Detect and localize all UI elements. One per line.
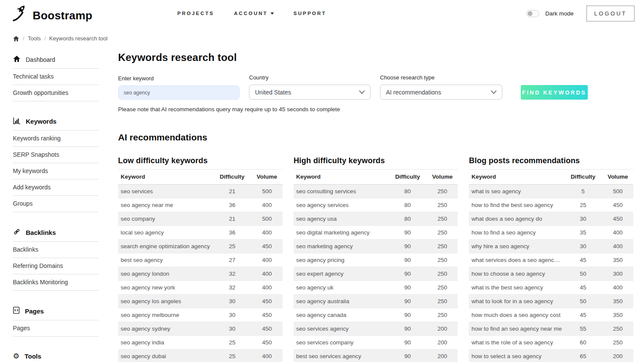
difficulty-cell: 90 xyxy=(388,295,426,308)
difficulty-cell: 36 xyxy=(213,198,251,212)
sidebar-item-groups[interactable]: Groups xyxy=(13,196,99,212)
volume-cell: 350 xyxy=(601,308,633,322)
table-row: what services does a seo agency offer453… xyxy=(469,253,633,267)
sidebar-section-tools[interactable]: ⚙ Tools xyxy=(13,348,99,362)
sidebar-item-pages[interactable]: Pages xyxy=(13,320,99,337)
sidebar-item-serp-snapshots[interactable]: SERP Snapshots xyxy=(13,147,99,163)
keyword-cell: how much does a seo agency cost xyxy=(469,308,564,322)
research-type-select[interactable]: AI recommendations xyxy=(380,85,502,100)
table-row: seo agency los angeles30450 xyxy=(118,295,283,308)
table-header-row: Keyword Difficulty Volume xyxy=(469,170,633,185)
page-code-icon xyxy=(13,307,20,315)
column-header-volume: Volume xyxy=(601,170,633,185)
sidebar-section-pages[interactable]: Pages xyxy=(13,302,99,320)
difficulty-cell: 25 xyxy=(213,240,251,253)
keyword-input[interactable] xyxy=(118,85,240,100)
table-row: what is the best seo agency45400 xyxy=(469,281,633,295)
table-row: seo consulting services80250 xyxy=(294,185,458,198)
sidebar-item-referring-domains[interactable]: Referring Domains xyxy=(13,258,99,274)
volume-cell: 250 xyxy=(426,212,458,226)
keyword-cell: seo services company xyxy=(294,336,389,350)
keyword-cell: seo services agency xyxy=(294,322,389,336)
nav-account[interactable]: ACCOUNT xyxy=(234,11,274,16)
sidebar-section-backlinks[interactable]: Backlinks xyxy=(13,224,99,242)
table-row: best seo agency27400 xyxy=(118,253,283,267)
keyword-cell: best seo services agency xyxy=(294,350,389,362)
table-row: how to find the best seo agency25450 xyxy=(469,198,633,212)
table-title: High difficulty keywords xyxy=(294,156,458,165)
difficulty-cell: 90 xyxy=(388,267,426,281)
chevron-down-icon xyxy=(491,90,497,94)
sidebar-item-dashboard[interactable]: Dashboard xyxy=(13,51,99,69)
keyword-cell: seo agency london xyxy=(118,267,213,281)
breadcrumb-tools[interactable]: Tools xyxy=(28,35,41,42)
chevron-down-icon xyxy=(359,90,365,94)
volume-cell: 300 xyxy=(601,267,633,281)
sidebar-section-keywords[interactable]: Keywords xyxy=(13,113,99,131)
volume-cell: 350 xyxy=(601,253,633,267)
nav-projects[interactable]: PROJECTS xyxy=(177,11,214,16)
difficulty-cell: 60 xyxy=(564,336,601,350)
difficulty-cell: 32 xyxy=(213,267,251,281)
difficulty-cell: 90 xyxy=(388,336,426,350)
table-row: seo agency pricing90250 xyxy=(294,253,458,267)
keyword-cell: seo agency australia xyxy=(294,295,389,308)
volume-cell: 200 xyxy=(426,322,458,336)
table-row: seo agency melbourne30450 xyxy=(118,308,283,322)
sidebar-item-backlinks-monitoring[interactable]: Backlinks Monitoring xyxy=(13,274,99,291)
difficulty-cell: 45 xyxy=(564,281,601,295)
sidebar-item-growth-opportunities[interactable]: Growth opportunities xyxy=(13,85,99,101)
breadcrumb: / Tools / Keywords research tool xyxy=(13,35,99,42)
nav-support[interactable]: SUPPORT xyxy=(294,11,327,16)
volume-cell: 200 xyxy=(426,350,458,362)
research-type-label: Choose research type xyxy=(380,74,502,81)
column-header-keyword: Keyword xyxy=(294,170,389,185)
keyword-field-group: Enter keyword xyxy=(118,75,240,100)
research-type-field-group: Choose research type AI recommendations xyxy=(380,74,502,100)
link-icon xyxy=(13,228,21,237)
volume-cell: 350 xyxy=(601,295,633,308)
keyword-cell: seo agency usa xyxy=(294,212,389,226)
dark-mode-toggle[interactable] xyxy=(526,10,539,17)
keyword-cell: seo agency pricing xyxy=(294,253,389,267)
difficulty-cell: 90 xyxy=(388,240,426,253)
toggle-knob xyxy=(528,11,532,16)
keyword-cell: seo agency uk xyxy=(294,281,389,295)
keyword-cell: seo expert agency xyxy=(294,267,389,281)
table-row: seo agency india25450 xyxy=(118,336,283,350)
keyword-cell: why hire a seo agency xyxy=(469,240,564,253)
difficulty-cell: 5 xyxy=(564,185,601,198)
keyword-cell: seo services xyxy=(118,185,213,198)
table-row: seo services21500 xyxy=(118,185,283,198)
country-field-group: Country United States xyxy=(249,74,371,100)
main-nav: PROJECTS ACCOUNT SUPPORT xyxy=(177,11,326,16)
find-keywords-button[interactable]: FIND KEYWORDS xyxy=(521,85,588,100)
table-row: seo company21500 xyxy=(118,212,283,226)
country-select[interactable]: United States xyxy=(249,85,371,100)
results-heading: AI recommendations xyxy=(118,132,633,143)
sidebar-item-add-keywords[interactable]: Add keywords xyxy=(13,179,99,196)
keyword-cell: what services does a seo agency offer xyxy=(469,253,564,267)
table-header-row: Keyword Difficulty Volume xyxy=(294,170,458,185)
table-row: how to select a seo agency65200 xyxy=(469,350,633,362)
low-difficulty-table: Low difficulty keywords Keyword Difficul… xyxy=(118,156,283,362)
table-row: seo agency london32400 xyxy=(118,267,283,281)
sidebar-item-keywords-ranking[interactable]: Keywords ranking xyxy=(13,131,99,147)
home-icon[interactable] xyxy=(13,36,19,42)
dark-mode-label: Dark mode xyxy=(545,10,574,17)
table-title: Blog posts recommendations xyxy=(469,156,633,165)
sidebar-item-my-keywords[interactable]: My keywords xyxy=(13,163,99,179)
logout-button[interactable]: LOGOUT xyxy=(586,6,635,21)
brand-logo[interactable]: Boostramp xyxy=(12,4,92,23)
volume-cell: 450 xyxy=(601,212,633,226)
keyword-cell: seo agency new york xyxy=(118,281,213,295)
sidebar-item-technical-tasks[interactable]: Technical tasks xyxy=(13,69,99,85)
keyword-cell: seo marketing agency xyxy=(294,240,389,253)
difficulty-cell: 90 xyxy=(388,350,426,362)
keyword-cell: seo agency canada xyxy=(294,308,389,322)
volume-cell: 500 xyxy=(601,185,633,198)
keyword-cell: how to select a seo agency xyxy=(469,350,564,362)
volume-cell: 250 xyxy=(426,308,458,322)
sidebar-item-backlinks[interactable]: Backlinks xyxy=(13,242,99,258)
difficulty-cell: 30 xyxy=(213,295,251,308)
